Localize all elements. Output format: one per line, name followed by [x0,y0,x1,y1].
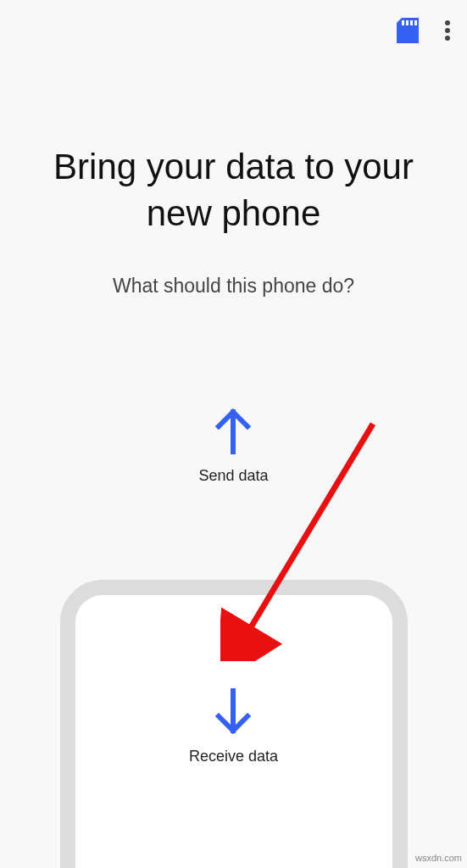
options-container: Send data [0,408,467,485]
arrow-up-icon [212,408,254,454]
receive-data-button[interactable]: Receive data [189,688,278,765]
page-subtitle: What should this phone do? [34,275,433,298]
receive-data-label: Receive data [189,748,278,765]
svg-rect-0 [402,20,404,25]
send-data-button[interactable]: Send data [198,408,268,485]
watermark: wsxdn.com [415,853,462,863]
more-menu-icon[interactable] [445,19,450,42]
svg-rect-1 [406,20,409,25]
sd-card-icon[interactable] [396,17,420,44]
page-title: Bring your data to your new phone [34,144,433,236]
arrow-down-icon [212,688,254,735]
svg-rect-3 [414,20,417,25]
phone-frame-illustration: Receive data [60,580,408,868]
header-section: Bring your data to your new phone What s… [0,144,467,298]
svg-rect-2 [410,20,413,25]
toolbar [396,17,450,44]
send-data-label: Send data [198,467,268,485]
